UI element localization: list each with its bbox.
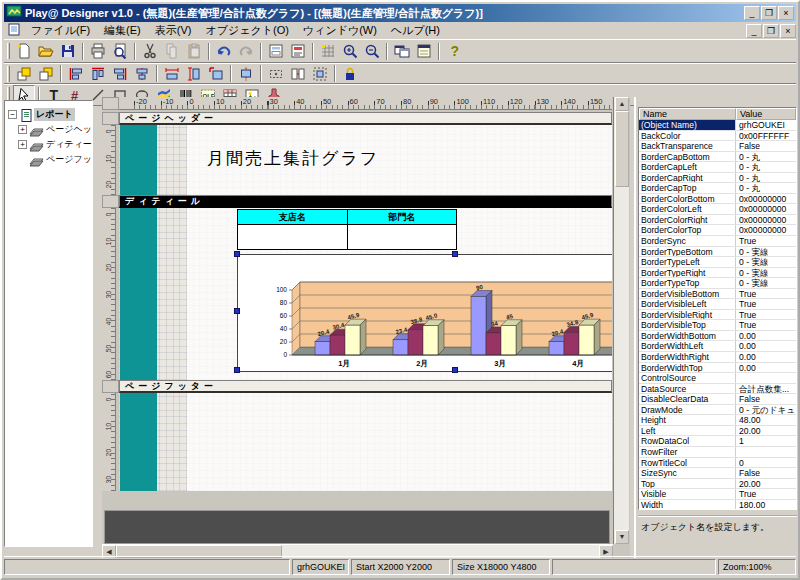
paste-button[interactable] xyxy=(183,41,205,61)
property-row[interactable]: VisibleTrue xyxy=(639,489,796,500)
property-value[interactable]: 0x00000000 xyxy=(736,204,796,214)
property-row[interactable]: BorderCapTop0 - 丸 xyxy=(639,183,796,194)
property-name[interactable]: (Object Name) xyxy=(639,120,736,130)
property-row[interactable]: BorderTypeRight0 - 実線 xyxy=(639,268,796,279)
property-name[interactable]: BorderColorBottom xyxy=(639,194,736,204)
property-value[interactable]: 0 xyxy=(736,458,796,468)
margin-bar[interactable] xyxy=(120,208,157,380)
property-name[interactable]: BorderVisibleTop xyxy=(639,320,736,330)
property-row[interactable]: BorderColorRight0x00000000 xyxy=(639,215,796,226)
property-row[interactable]: Left20.00 xyxy=(639,426,796,437)
band-label-detail[interactable]: ディティール xyxy=(119,195,612,208)
tab-order-button[interactable] xyxy=(287,64,309,84)
report-title-object[interactable]: 月間売上集計グラフ xyxy=(207,147,402,170)
menu-5[interactable]: ヘルプ(H) xyxy=(384,23,447,37)
center-horizontal-button[interactable] xyxy=(235,64,257,84)
property-name[interactable]: SizeSync xyxy=(639,468,736,478)
selection-handle-top-mid[interactable] xyxy=(452,251,458,257)
property-row[interactable]: BorderColorTop0x00000000 xyxy=(639,225,796,236)
property-row[interactable]: BorderVisibleTopTrue xyxy=(639,320,796,331)
property-row[interactable]: BorderTypeBottom0 - 実線 xyxy=(639,247,796,258)
property-row[interactable]: Height48.00 xyxy=(639,415,796,426)
property-value[interactable]: 0 - 丸 xyxy=(736,183,796,193)
tree-item-1[interactable]: +ページヘッ xyxy=(5,122,92,137)
property-value[interactable]: 48.00 xyxy=(736,415,796,425)
property-value[interactable]: 0.00 xyxy=(736,341,796,351)
property-name[interactable]: BorderWidthRight xyxy=(639,352,736,362)
property-name[interactable]: BorderWidthTop xyxy=(639,363,736,373)
property-value[interactable]: True xyxy=(736,299,796,309)
property-value[interactable]: 180.00 xyxy=(736,500,796,510)
lock-objects-button[interactable] xyxy=(339,64,361,84)
band-page-footer[interactable] xyxy=(119,393,612,491)
table-header-branch[interactable]: 支店名 xyxy=(238,210,348,224)
new-window-button[interactable] xyxy=(391,41,413,61)
property-value[interactable]: 合計点数集... xyxy=(736,384,796,394)
property-name[interactable]: Width xyxy=(639,500,736,510)
property-name[interactable]: RowFilter xyxy=(639,447,736,457)
property-row[interactable]: BorderVisibleLeftTrue xyxy=(639,299,796,310)
property-name[interactable]: DisableClearData xyxy=(639,394,736,404)
property-row[interactable]: BorderColorBottom0x00000000 xyxy=(639,194,796,205)
property-name[interactable]: BorderSync xyxy=(639,236,736,246)
property-row[interactable]: BorderWidthLeft0.00 xyxy=(639,341,796,352)
property-value[interactable]: 0.00 xyxy=(736,331,796,341)
tree-item-label[interactable]: ディティー xyxy=(44,138,93,151)
property-value[interactable]: 0 - 丸 xyxy=(736,152,796,162)
tree-item-0[interactable]: −レポート xyxy=(5,107,92,122)
property-name[interactable]: RowTitleCol xyxy=(639,458,736,468)
property-value[interactable]: 0.00 xyxy=(736,352,796,362)
property-column-value[interactable]: Value xyxy=(736,108,796,120)
menu-0[interactable]: ファイル(F) xyxy=(24,23,97,37)
open-folder-button[interactable] xyxy=(35,41,57,61)
property-row[interactable]: BorderTypeLeft0 - 実線 xyxy=(639,257,796,268)
property-name[interactable]: ControlSource xyxy=(639,373,736,383)
property-row[interactable]: BorderVisibleRightTrue xyxy=(639,310,796,321)
scroll-up-button[interactable]: ▲ xyxy=(615,97,629,111)
property-value[interactable] xyxy=(736,447,796,457)
menu-4[interactable]: ウィンドウ(W) xyxy=(296,23,384,37)
property-name[interactable]: BorderTypeLeft xyxy=(639,257,736,267)
property-row[interactable]: Top20.00 xyxy=(639,479,796,490)
property-value[interactable]: 0 - 実線 xyxy=(736,247,796,257)
property-value[interactable]: 1 xyxy=(736,436,796,446)
mdi-document-icon[interactable] xyxy=(8,23,20,38)
property-row[interactable]: BorderCapRight0 - 丸 xyxy=(639,173,796,184)
menu-3[interactable]: オブジェクト(O) xyxy=(198,23,295,37)
property-name[interactable]: Top xyxy=(639,479,736,489)
property-row[interactable]: BorderTypeTop0 - 実線 xyxy=(639,278,796,289)
property-value[interactable]: False xyxy=(736,141,796,151)
property-value[interactable]: 0x00000000 xyxy=(736,225,796,235)
property-value[interactable]: False xyxy=(736,394,796,404)
property-row[interactable]: DrawMode0 - 元のドキュメ... xyxy=(639,405,796,416)
grid-toggle-button[interactable] xyxy=(317,41,339,61)
restore-button[interactable]: ❐ xyxy=(761,6,777,20)
tree-item-label[interactable]: ページヘッ xyxy=(44,123,93,136)
align-left-button[interactable] xyxy=(65,64,87,84)
tree-item-label[interactable]: ページフッ xyxy=(44,153,93,166)
table-header-department[interactable]: 部門名 xyxy=(348,210,457,224)
property-value[interactable]: 0 - 丸 xyxy=(736,162,796,172)
tree-expander[interactable]: + xyxy=(18,140,27,149)
selection-handle-top-left[interactable] xyxy=(234,251,240,257)
property-value[interactable]: True xyxy=(736,489,796,499)
property-row[interactable]: RowDataCol1 xyxy=(639,436,796,447)
same-size-button[interactable] xyxy=(205,64,227,84)
property-name[interactable]: BorderTypeTop xyxy=(639,278,736,288)
save-button[interactable] xyxy=(57,41,79,61)
property-value[interactable]: 0 - 元のドキュメ... xyxy=(736,405,796,415)
property-row[interactable]: BorderWidthRight0.00 xyxy=(639,352,796,363)
band-setup-button[interactable] xyxy=(287,41,309,61)
property-row[interactable]: ControlSource xyxy=(639,373,796,384)
same-height-button[interactable] xyxy=(183,64,205,84)
tree-expander[interactable]: − xyxy=(8,110,17,119)
band-page-header[interactable]: 月間売上集計グラフ xyxy=(119,125,612,195)
property-name[interactable]: BorderCapLeft xyxy=(639,162,736,172)
property-name[interactable]: DataSource xyxy=(639,384,736,394)
toolbar-grip[interactable] xyxy=(7,43,10,59)
menu-1[interactable]: 編集(E) xyxy=(97,23,148,37)
property-name[interactable]: Left xyxy=(639,426,736,436)
property-value[interactable]: 0 - 実線 xyxy=(736,278,796,288)
tree-expander[interactable]: + xyxy=(18,125,27,134)
property-row[interactable]: BorderColorLeft0x00000000 xyxy=(639,204,796,215)
